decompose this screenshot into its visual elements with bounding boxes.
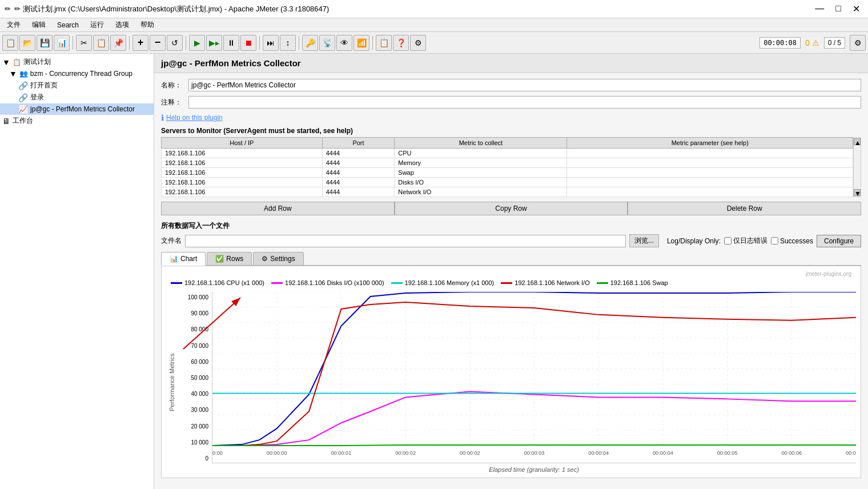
comment-input[interactable] bbox=[188, 96, 861, 109]
tab-rows[interactable]: ✅ Rows bbox=[207, 252, 252, 265]
menu-run[interactable]: 运行 bbox=[86, 19, 108, 31]
y-tick-9: 90 000 bbox=[178, 310, 208, 316]
chart-wrapper: Performance Metrics 100 000 90 000 80 00… bbox=[166, 292, 856, 473]
tabs-row: 📊 Chart ✅ Rows ⚙ Settings bbox=[161, 252, 861, 266]
tab-settings[interactable]: ⚙ Settings bbox=[253, 252, 303, 265]
toolbar-right: 00:00:08 0 ⚠ 0 / 5 ⚙ bbox=[760, 35, 866, 51]
y-tick-1: 10 000 bbox=[178, 439, 208, 446]
menu-search[interactable]: Search bbox=[53, 20, 83, 30]
file-input[interactable] bbox=[185, 235, 626, 247]
toolbar-search-tree[interactable]: ↕ bbox=[280, 35, 296, 51]
file-name-label: 文件名 bbox=[161, 236, 182, 246]
browse-button[interactable]: 浏览... bbox=[629, 234, 659, 247]
legend-disks-color bbox=[271, 282, 283, 284]
legend-cpu-label: 192.168.1.106 CPU (x1 000) bbox=[184, 279, 264, 286]
toolbar-remote-stop[interactable]: 👁 bbox=[336, 35, 352, 51]
main-layout: ▼ 📋 测试计划 ▼ 👥 bzm - Concurrency Thread Gr… bbox=[0, 54, 868, 489]
legend-cpu-color bbox=[171, 282, 182, 284]
toolbar-remote-start-all[interactable]: 📡 bbox=[319, 35, 335, 51]
toolbar-function-helper[interactable]: 📋 bbox=[376, 35, 392, 51]
toolbar-templates[interactable]: 📊 bbox=[54, 35, 70, 51]
add-row-button[interactable]: Add Row bbox=[161, 202, 395, 215]
toolbar-remote-stop-all[interactable]: 📶 bbox=[353, 35, 369, 51]
sidebar-item-thread-group[interactable]: ▼ 👥 bzm - Concurrency Thread Group bbox=[0, 68, 154, 79]
tree-icon-sampler2: 🔗 bbox=[18, 93, 28, 102]
chart-svg: 00:00:00 00:00:00 00:00:01 00:00:02 00:0… bbox=[212, 292, 856, 463]
toolbar-cut[interactable]: ✂ bbox=[76, 35, 92, 51]
warning-count: 0 ⚠ bbox=[805, 38, 819, 47]
successes-input[interactable] bbox=[771, 237, 778, 244]
log-display-label: Log/Display Only: bbox=[667, 237, 721, 245]
scroll-up-btn[interactable]: ▲ bbox=[854, 138, 861, 145]
sidebar-item-test-plan[interactable]: ▼ 📋 测试计划 bbox=[0, 56, 154, 68]
y-tick-5: 50 000 bbox=[178, 375, 208, 381]
sidebar-item-perfmon[interactable]: 📈 jp@gc - PerfMon Metrics Collector bbox=[0, 103, 154, 115]
toolbar-start[interactable]: ▶ bbox=[189, 35, 205, 51]
menu-file[interactable]: 文件 bbox=[2, 19, 25, 31]
table-cell-host: 192.168.1.106 bbox=[162, 168, 323, 178]
table-scrollbar[interactable]: ▲ ▼ bbox=[853, 137, 861, 197]
menu-edit[interactable]: 编辑 bbox=[27, 19, 50, 31]
tree-label-workbench: 工作台 bbox=[13, 116, 33, 126]
y-tick-4: 40 000 bbox=[178, 391, 208, 397]
toolbar-save[interactable]: 💾 bbox=[37, 35, 53, 51]
toolbar-pause[interactable]: ⏸ bbox=[223, 35, 239, 51]
close-button[interactable]: ✕ bbox=[849, 3, 863, 14]
table-row[interactable]: 192.168.1.1064444Disks I/O bbox=[162, 178, 853, 187]
delete-row-button[interactable]: Delete Row bbox=[628, 202, 861, 215]
x-tick-9: 00:00:06 bbox=[781, 450, 802, 456]
write-all-label: 所有数据写入一个文件 bbox=[161, 221, 861, 231]
toolbar-open[interactable]: 📂 bbox=[19, 35, 35, 51]
toolbar-remote-start[interactable]: 🔑 bbox=[302, 35, 318, 51]
tab-chart[interactable]: 📊 Chart bbox=[161, 252, 206, 266]
toolbar-start-no-pause[interactable]: ▶▸ bbox=[206, 35, 222, 51]
legend-swap-color bbox=[597, 282, 608, 284]
timer-display: 00:00:08 bbox=[760, 37, 801, 49]
successes-checkbox[interactable]: Successes bbox=[771, 237, 813, 245]
toolbar-add[interactable]: + bbox=[132, 35, 148, 51]
tree-icon-listener: 📈 bbox=[18, 105, 28, 114]
minimize-button[interactable]: — bbox=[811, 3, 827, 14]
toolbar-new[interactable]: 📋 bbox=[2, 35, 18, 51]
table-row[interactable]: 192.168.1.1064444Network I/O bbox=[162, 187, 853, 197]
sidebar-item-open-home[interactable]: 🔗 打开首页 bbox=[0, 79, 154, 91]
toolbar-paste[interactable]: 📌 bbox=[110, 35, 126, 51]
comment-label: 注释： bbox=[161, 98, 184, 107]
maximize-button[interactable]: □ bbox=[832, 3, 845, 14]
legend-swap-label: 192.168.1.106 Swap bbox=[610, 279, 668, 286]
errors-only-input[interactable] bbox=[724, 237, 732, 244]
x-tick-10: 00:00:07 bbox=[846, 450, 856, 456]
help-link[interactable]: Help on this plugin bbox=[166, 114, 223, 122]
table-row[interactable]: 192.168.1.1064444Swap bbox=[162, 168, 853, 178]
sidebar-item-workbench[interactable]: 🖥 工作台 bbox=[0, 115, 154, 127]
toolbar-remove[interactable]: − bbox=[150, 35, 166, 51]
toolbar-copy[interactable]: 📋 bbox=[93, 35, 109, 51]
name-input[interactable] bbox=[188, 79, 861, 91]
col-metric: Metric to collect bbox=[395, 138, 567, 149]
table-row[interactable]: 192.168.1.1064444Memory bbox=[162, 158, 853, 168]
configure-button[interactable]: Configure bbox=[817, 235, 861, 247]
x-tick-8: 00:00:05 bbox=[717, 450, 738, 456]
legend-network-color bbox=[501, 282, 512, 284]
toolbar-toggle[interactable]: ↺ bbox=[167, 35, 183, 51]
panel-title: jp@gc - PerfMon Metrics Collector bbox=[161, 58, 301, 68]
scroll-down-btn[interactable]: ▼ bbox=[854, 189, 861, 196]
menu-help[interactable]: 帮助 bbox=[136, 19, 159, 31]
toolbar-settings[interactable]: ⚙ bbox=[850, 35, 866, 51]
separator-4 bbox=[259, 36, 260, 50]
app-icon: ✏ bbox=[5, 5, 11, 13]
x-tick-6: 00:00:04 bbox=[588, 450, 609, 456]
toolbar-clear[interactable]: ⏭ bbox=[263, 35, 279, 51]
title-bar-controls[interactable]: — □ ✕ bbox=[811, 3, 863, 14]
sidebar-item-login[interactable]: 🔗 登录 bbox=[0, 91, 154, 103]
title-bar-title: ✏ ✏ 测试计划.jmx (C:\Users\Administrator\Des… bbox=[5, 4, 329, 14]
y-tick-0: 0 bbox=[178, 455, 208, 462]
toolbar-help[interactable]: ❓ bbox=[393, 35, 409, 51]
copy-row-button[interactable]: Copy Row bbox=[395, 202, 628, 215]
menu-options[interactable]: 选项 bbox=[111, 19, 134, 31]
file-row: 文件名 浏览... Log/Display Only: 仅日志错误 Succes… bbox=[161, 234, 861, 247]
toolbar-options-btn[interactable]: ⚙ bbox=[410, 35, 426, 51]
table-row[interactable]: 192.168.1.1064444CPU bbox=[162, 149, 853, 158]
toolbar-stop[interactable]: ⏹ bbox=[240, 35, 256, 51]
errors-only-checkbox[interactable]: 仅日志错误 bbox=[724, 236, 767, 246]
